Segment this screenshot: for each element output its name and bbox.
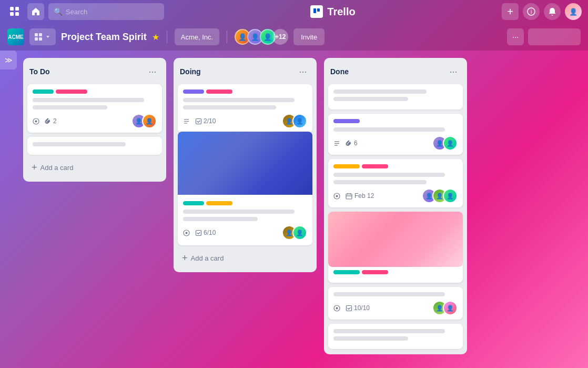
- add-button[interactable]: +: [502, 3, 519, 20]
- card-line: [33, 142, 126, 146]
- grid-icon[interactable]: [6, 3, 23, 20]
- label-pink: [206, 89, 232, 94]
- card-text: [333, 292, 458, 296]
- checklist-meta: 6/10: [195, 229, 216, 236]
- card-text: [333, 173, 458, 184]
- card-line-2: [183, 105, 276, 110]
- card-done-2[interactable]: 6 👤 👤: [328, 114, 463, 155]
- checklist-count: 6/10: [204, 229, 216, 236]
- svg-rect-9: [39, 33, 42, 36]
- attachment-count: 6: [354, 140, 358, 147]
- card-avatars: 👤 👤: [282, 114, 307, 128]
- divider: [167, 31, 167, 43]
- avatar-image: 👤: [565, 3, 582, 20]
- card-done-3[interactable]: Feb 12 👤 👤 👤: [328, 159, 463, 207]
- user-avatar[interactable]: 👤: [565, 3, 582, 20]
- add-icon: +: [507, 6, 513, 18]
- column-menu-todo[interactable]: ···: [145, 64, 160, 79]
- svg-rect-32: [347, 305, 352, 311]
- card-done-1[interactable]: [328, 84, 463, 110]
- card-avatars: 👤 👤: [432, 136, 458, 151]
- column-title-todo: To Do: [29, 67, 50, 76]
- board-header-right: ···: [507, 28, 581, 45]
- card-footer: 2/10 👤 👤: [183, 114, 307, 128]
- svg-rect-26: [346, 194, 352, 199]
- card-avatar-2: 👤: [142, 114, 157, 128]
- column-done: Done ··· 6: [324, 58, 467, 354]
- board-title[interactable]: Project Team Spirit: [61, 32, 147, 43]
- card-meta: Feb 12: [333, 192, 374, 200]
- svg-text:i: i: [531, 9, 532, 15]
- label-teal: [33, 89, 54, 94]
- workspace-name-button[interactable]: Acme, Inc.: [175, 28, 219, 45]
- card-labels: [333, 270, 458, 274]
- notifications-button[interactable]: [544, 3, 561, 20]
- board-content: To Do ··· 2: [0, 51, 588, 368]
- workspace-icon: ACME: [7, 28, 24, 45]
- card-line-1: [333, 127, 445, 132]
- card-line-2: [333, 336, 408, 341]
- card-avatar-2: 👤: [443, 301, 458, 315]
- add-card-label: Add a card: [40, 164, 74, 172]
- board-header: ACME Project Team Spirit ★ Acme, Inc. 👤 …: [0, 23, 588, 51]
- add-card-todo[interactable]: + Add a card: [27, 159, 162, 176]
- card-line-1: [33, 98, 144, 102]
- trello-logo-icon: [310, 5, 323, 18]
- card-avatar-2: 👤: [292, 114, 307, 128]
- home-button[interactable]: [27, 3, 44, 20]
- card-done-5[interactable]: 10/10 👤 👤: [328, 287, 463, 320]
- card-text: [183, 210, 307, 221]
- search-icon: 🔍: [54, 7, 63, 16]
- card-line-2: [33, 105, 107, 110]
- card-avatar-2: 👤: [292, 225, 307, 240]
- column-menu-done[interactable]: ···: [446, 64, 461, 79]
- card-meta: 10/10: [333, 304, 370, 312]
- label-yellow: [206, 201, 232, 205]
- card-todo-1[interactable]: 2 👤 👤: [27, 84, 162, 133]
- card-todo-2[interactable]: [27, 137, 162, 155]
- svg-rect-8: [35, 33, 38, 36]
- card-done-4[interactable]: [328, 212, 463, 283]
- svg-rect-11: [39, 37, 42, 41]
- label-purple: [183, 89, 204, 94]
- card-cover-blue: [178, 132, 312, 195]
- card-line-1: [333, 292, 445, 296]
- view-filter[interactable]: [528, 28, 581, 45]
- card-line-1: [333, 89, 427, 94]
- card-doing-1[interactable]: 2/10 👤 👤: [178, 84, 312, 133]
- card-meta: 2: [33, 117, 57, 125]
- plus-icon: +: [182, 253, 188, 264]
- divider-2: [227, 31, 227, 43]
- star-button[interactable]: ★: [152, 32, 159, 42]
- column-header-todo: To Do ···: [27, 63, 162, 80]
- label-pink: [56, 89, 87, 94]
- sidebar-toggle[interactable]: ≫: [0, 51, 17, 69]
- column-title-doing: Doing: [180, 67, 201, 76]
- card-labels: [183, 89, 307, 94]
- attachment-meta: 6: [346, 140, 358, 147]
- svg-rect-2: [10, 12, 14, 16]
- chevron-right-icon: ≫: [5, 56, 13, 64]
- plus-icon: +: [32, 162, 37, 173]
- date-value: Feb 12: [354, 192, 374, 200]
- card-text: [183, 98, 307, 110]
- card-meta: 2/10: [183, 117, 216, 125]
- invite-button[interactable]: Invite: [293, 28, 325, 45]
- search-bar[interactable]: 🔍 Search: [48, 3, 164, 20]
- workspace-switcher[interactable]: [29, 28, 56, 45]
- card-line-2: [183, 217, 258, 221]
- watch-meta: [333, 193, 340, 200]
- info-button[interactable]: i: [523, 3, 540, 20]
- svg-rect-20: [196, 230, 201, 235]
- watch-meta: [333, 305, 340, 312]
- attachment-meta: 2: [45, 117, 57, 125]
- member-count-badge[interactable]: +12: [272, 29, 288, 45]
- card-doing-2[interactable]: 6/10 👤 👤: [178, 137, 312, 245]
- label-teal: [183, 201, 204, 205]
- card-labels: [333, 119, 458, 123]
- card-done-6[interactable]: [328, 324, 463, 349]
- card-labels: [333, 164, 458, 168]
- more-button[interactable]: ···: [507, 28, 524, 45]
- column-menu-doing[interactable]: ···: [296, 64, 310, 79]
- add-card-doing[interactable]: + Add a card: [178, 250, 312, 267]
